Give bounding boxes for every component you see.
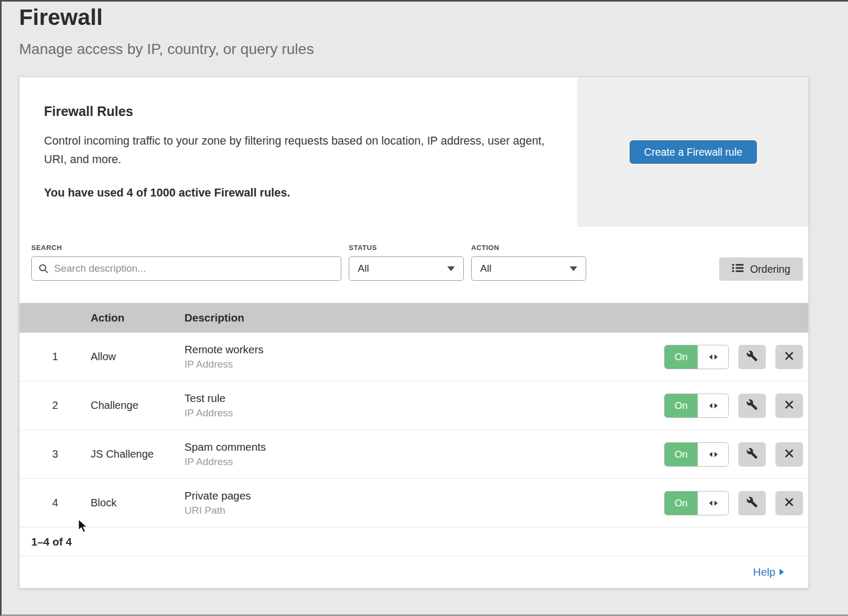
panel-description: Control incoming traffic to your zone by… (44, 132, 546, 169)
action-filter-group: ACTION All (464, 244, 586, 281)
ordering-button[interactable]: Ordering (719, 257, 803, 281)
rule-description: Test rule (184, 392, 664, 405)
wrench-icon (746, 399, 758, 412)
action-select[interactable]: All (471, 256, 586, 281)
edit-rule-button[interactable] (738, 394, 766, 418)
toggle-arrows-icon[interactable] (697, 394, 728, 417)
action-label: ACTION (471, 244, 586, 252)
close-icon (784, 400, 794, 411)
rule-description: Spam comments (184, 441, 664, 453)
firewall-rules-intro: Firewall Rules Control incoming traffic … (20, 77, 808, 227)
header-action-column: Action (91, 311, 184, 324)
toggle-on-label[interactable]: On (665, 394, 697, 417)
rule-description-cell: Remote workers IP Address (184, 343, 664, 370)
status-selected-value: All (358, 263, 369, 274)
rule-description: Remote workers (184, 343, 664, 356)
help-link-label: Help (753, 566, 775, 578)
rule-action: Block (91, 497, 184, 509)
rule-action: Allow (91, 351, 184, 363)
rule-priority: 3 (20, 448, 91, 460)
rule-priority: 4 (20, 497, 91, 509)
rule-match-type: URI Path (184, 505, 664, 516)
card-footer: Help (20, 556, 808, 588)
delete-rule-button[interactable] (775, 491, 803, 515)
search-label: SEARCH (31, 244, 341, 252)
panel-heading: Firewall Rules (44, 104, 546, 119)
delete-rule-button[interactable] (775, 394, 803, 418)
chevron-down-icon (447, 266, 455, 271)
rule-enabled-toggle[interactable]: On (664, 442, 729, 467)
edit-rule-button[interactable] (738, 345, 766, 369)
delete-rule-button[interactable] (775, 345, 803, 369)
toggle-arrows-icon[interactable] (697, 492, 728, 515)
close-icon (784, 449, 794, 460)
edit-rule-button[interactable] (738, 491, 766, 515)
toggle-arrows-icon[interactable] (697, 345, 728, 369)
rule-description-cell: Private pages URI Path (184, 489, 664, 516)
status-filter-group: STATUS All (341, 244, 464, 281)
rule-description-cell: Spam comments IP Address (184, 441, 664, 468)
toggle-on-label[interactable]: On (665, 345, 697, 369)
create-firewall-rule-button[interactable]: Create a Firewall rule (630, 140, 756, 164)
table-row: 2 Challenge Test rule IP Address On (20, 381, 808, 430)
rule-enabled-toggle[interactable]: On (664, 345, 729, 369)
rule-description-cell: Test rule IP Address (184, 392, 664, 419)
rule-description: Private pages (184, 489, 664, 502)
pagination-status: 1–4 of 4 (20, 528, 808, 556)
toggle-on-label[interactable]: On (665, 492, 697, 515)
arrow-right-icon (780, 569, 784, 575)
ordering-button-label: Ordering (750, 263, 790, 275)
wrench-icon (746, 448, 758, 461)
ordered-list-icon (732, 263, 744, 275)
rule-enabled-toggle[interactable]: On (664, 394, 729, 418)
search-box (31, 256, 341, 281)
rule-controls: On (664, 442, 808, 467)
rule-match-type: IP Address (184, 407, 664, 419)
rule-action: JS Challenge (91, 448, 184, 460)
search-icon (38, 263, 49, 274)
close-icon (784, 351, 794, 362)
close-icon (784, 497, 794, 508)
action-selected-value: All (480, 263, 491, 274)
page-header: Firewall Manage access by IP, country, o… (2, 2, 848, 58)
page-subtitle: Manage access by IP, country, or query r… (19, 41, 848, 58)
help-link[interactable]: Help (753, 566, 784, 578)
table-row: 1 Allow Remote workers IP Address On (20, 333, 808, 381)
rules-usage-count: You have used 4 of 1000 active Firewall … (44, 186, 546, 200)
intro-text-block: Firewall Rules Control incoming traffic … (20, 77, 578, 227)
rule-priority: 1 (20, 351, 91, 363)
wrench-icon (746, 496, 758, 510)
edit-rule-button[interactable] (738, 442, 766, 467)
search-filter-group: SEARCH (31, 244, 341, 281)
rule-action: Challenge (91, 399, 184, 412)
rule-match-type: IP Address (184, 359, 664, 370)
rule-controls: On (664, 491, 808, 515)
delete-rule-button[interactable] (775, 442, 803, 467)
status-select[interactable]: All (349, 256, 464, 281)
table-row: 3 JS Challenge Spam comments IP Address … (20, 430, 808, 479)
create-rule-panel: Create a Firewall rule (578, 77, 808, 227)
toggle-on-label[interactable]: On (665, 443, 697, 466)
rule-controls: On (664, 394, 808, 418)
rule-controls: On (664, 345, 808, 369)
header-description-column: Description (184, 311, 808, 324)
toggle-arrows-icon[interactable] (697, 443, 728, 466)
wrench-icon (746, 350, 758, 363)
filter-bar: SEARCH STATUS All ACTION All (20, 227, 808, 303)
chevron-down-icon (570, 266, 577, 271)
status-label: STATUS (349, 244, 464, 252)
table-header: Action Description (20, 303, 808, 333)
rule-priority: 2 (20, 399, 91, 412)
firewall-rules-card: Firewall Rules Control incoming traffic … (19, 77, 809, 588)
page-title: Firewall (19, 5, 848, 30)
table-row: 4 Block Private pages URI Path On (20, 479, 808, 528)
search-input[interactable] (31, 256, 341, 281)
rule-enabled-toggle[interactable]: On (664, 491, 729, 515)
rule-match-type: IP Address (184, 456, 664, 468)
